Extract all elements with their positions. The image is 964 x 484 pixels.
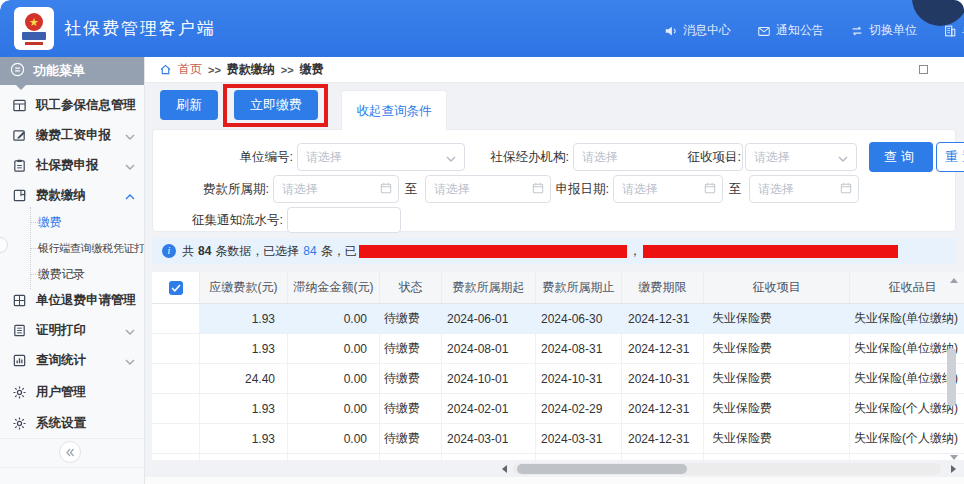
calendar-icon: [532, 180, 544, 198]
sidebar-item-user-manage[interactable]: 用户管理: [0, 377, 145, 407]
table-cell: 2024-10-01: [442, 364, 536, 393]
table-cell: 2024-03-31: [536, 424, 622, 453]
row-checkbox-cell[interactable]: [152, 424, 200, 453]
sidebar-collapse-button[interactable]: [59, 441, 81, 463]
calendar-icon: [380, 180, 392, 198]
declare-end-date[interactable]: 请选择: [749, 175, 859, 203]
table-cell: 2024-08-01: [442, 334, 536, 363]
emblem-base-icon: [22, 32, 46, 40]
scroll-up-icon[interactable]: [950, 278, 958, 283]
column-header[interactable]: 应缴费款(元): [200, 272, 288, 303]
breadcrumb-home[interactable]: 首页: [178, 61, 202, 78]
table-row[interactable]: 1.93 0.00 待缴费 2024-06-01 2024-06-30 2024…: [152, 304, 964, 334]
sidebar-subitem-pay[interactable]: 缴费: [0, 209, 145, 235]
divider: [0, 467, 145, 468]
message-center-button[interactable]: 消息中心: [664, 22, 731, 39]
search-button[interactable]: 查询: [869, 142, 933, 172]
grid-icon: [12, 293, 27, 308]
building-icon: [943, 24, 957, 38]
redaction-bar: [359, 245, 627, 258]
table-cell: 失业保险费: [704, 394, 850, 423]
table-row[interactable]: 1.93 0.00 待缴费 2024-08-01 2024-08-31 2024…: [152, 334, 964, 364]
status-cell: 待缴费: [380, 394, 442, 423]
table-icon: [12, 98, 27, 113]
table-cell: [622, 454, 704, 460]
to-label: 至: [729, 175, 742, 203]
swap-icon: [850, 24, 864, 38]
table-row[interactable]: 24.40 0.00 待缴费 2024-10-01 2024-10-31 202…: [152, 364, 964, 394]
pay-now-button[interactable]: 立即缴费: [234, 90, 318, 120]
sidebar-subitem-pay-record[interactable]: 缴费记录: [0, 261, 145, 287]
breadcrumb-separator: >>: [281, 64, 294, 76]
scroll-down-icon[interactable]: [950, 455, 958, 460]
scroll-right-icon[interactable]: [951, 465, 956, 473]
sidebar: 功能菜单 职工参保信息管理 缴费工资申报 社保费申报 费款缴纳 缴费: [0, 57, 145, 484]
refresh-button[interactable]: 刷新: [160, 90, 218, 120]
column-header[interactable]: 费款所属期起: [442, 272, 536, 303]
table-cell: 2024-10-31: [622, 364, 704, 393]
table-cell: 0.00: [288, 424, 380, 453]
chevron-down-icon: [125, 156, 135, 174]
sidebar-item-system-settings[interactable]: 系统设置: [0, 408, 145, 438]
sidebar-item-fee-payment[interactable]: 费款缴纳: [0, 180, 145, 210]
row-checkbox-cell[interactable]: [152, 394, 200, 423]
table-cell: 2024-12-31: [622, 304, 704, 333]
table-cell: 2024-10-31: [536, 364, 622, 393]
column-header[interactable]: 费款所属期止: [536, 272, 622, 303]
sidebar-item-query-statistics[interactable]: 查询统计: [0, 345, 145, 375]
status-cell: 待缴费: [380, 424, 442, 453]
sidebar-item-certificate-print[interactable]: 证明打印: [0, 315, 145, 345]
column-header[interactable]: 缴费期限: [622, 272, 704, 303]
table-row[interactable]: 1.93 0.00 待缴费 2024-02-01 2024-02-29 2024…: [152, 394, 964, 424]
breadcrumb-item[interactable]: 费款缴纳: [227, 61, 275, 78]
mail-icon: [757, 24, 771, 38]
sidebar-subitem-bank-receipt-print[interactable]: 银行端查询缴税凭证打印: [0, 235, 145, 261]
column-header[interactable]: 征收项目: [704, 272, 850, 303]
project-select[interactable]: 请选择: [745, 143, 857, 171]
table-row-partial: [152, 454, 964, 460]
column-header[interactable]: 滞纳金金额(元): [288, 272, 380, 303]
row-checkbox-cell[interactable]: [152, 304, 200, 333]
table-cell: 0.00: [288, 364, 380, 393]
sidebar-item-employee-insurance-info[interactable]: 职工参保信息管理: [0, 90, 145, 120]
sidebar-item-refund-apply[interactable]: 单位退费申请管理: [0, 285, 145, 315]
toggle-query-tab[interactable]: 收起查询条件: [341, 90, 447, 130]
select-all-checkbox[interactable]: [169, 281, 183, 295]
vertical-scrollbar-thumb[interactable]: [947, 348, 956, 406]
horizontal-scrollbar-thumb[interactable]: [517, 464, 687, 474]
row-checkbox-cell[interactable]: [152, 334, 200, 363]
table-cell: 失业保险费: [704, 364, 850, 393]
period-end-date[interactable]: 请选择: [425, 175, 551, 203]
declare-date-label: 申报日期:: [549, 175, 609, 203]
table-cell: 2024-02-29: [536, 394, 622, 423]
table-cell: 2024-03-01: [442, 424, 536, 453]
window-restore-icon[interactable]: [919, 65, 928, 74]
table-cell: 2024-12-31: [622, 394, 704, 423]
unit-no-label: 单位编号:: [209, 143, 293, 171]
declare-start-date[interactable]: 请选择: [613, 175, 723, 203]
table-cell: 0.00: [288, 304, 380, 333]
table-cell: 1.93: [200, 334, 288, 363]
status-cell: 待缴费: [380, 364, 442, 393]
gear-icon: [12, 416, 27, 431]
table-cell: 失业保险费: [704, 304, 850, 333]
row-checkbox-cell[interactable]: [152, 364, 200, 393]
scroll-left-icon[interactable]: [502, 465, 507, 473]
serial-input[interactable]: [287, 207, 401, 233]
menu-icon: [10, 62, 25, 80]
sidebar-item-fee-declare[interactable]: 社保费申报: [0, 150, 145, 180]
table-row[interactable]: 1.93 0.00 待缴费 2024-03-01 2024-03-31 2024…: [152, 424, 964, 454]
notice-button[interactable]: 通知公告: [757, 22, 824, 39]
double-chevron-left-icon: [65, 443, 75, 461]
breadcrumb-item[interactable]: 缴费: [300, 61, 324, 78]
serial-label: 征集通知流水号:: [179, 207, 283, 233]
period-start-date[interactable]: 请选择: [273, 175, 399, 203]
table-cell: 1.93: [200, 424, 288, 453]
unit-no-select[interactable]: 请选择: [297, 143, 465, 171]
column-header[interactable]: 状态: [380, 272, 442, 303]
edit-icon: [12, 128, 27, 143]
sidebar-item-wage-declare[interactable]: 缴费工资申报: [0, 120, 145, 150]
reset-button[interactable]: 重置: [936, 142, 964, 172]
column-header[interactable]: 征收品目: [850, 272, 964, 303]
switch-unit-button[interactable]: 切换单位: [850, 22, 917, 39]
